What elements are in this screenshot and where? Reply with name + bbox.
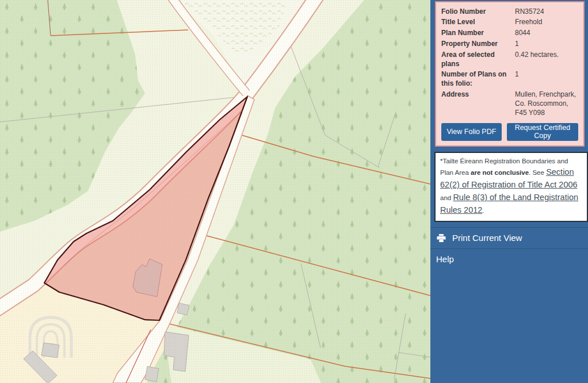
plans-count-label: Number of Plans on this folio: <box>441 70 511 89</box>
folio-row: Area of selected plans 0.42 hectares. <box>441 49 578 70</box>
print-current-view-label: Print Current View <box>452 233 522 243</box>
boundaries-disclaimer: *Tailte Éireann Registration Boundaries … <box>434 152 588 222</box>
print-current-view-button[interactable]: Print Current View <box>430 227 588 249</box>
help-link[interactable]: Help <box>430 249 588 269</box>
map-dot-texture <box>0 0 430 383</box>
folio-panel-buttons: View Folio PDF Request Certified Copy <box>441 123 578 141</box>
folio-row: Address Mullen, Frenchpark, Co. Roscommo… <box>441 90 578 118</box>
plan-number-label: Plan Number <box>441 29 511 38</box>
folio-number-label: Folio Number <box>441 7 511 17</box>
folio-number-value: RN35724 <box>515 7 578 17</box>
property-number-value: 1 <box>515 40 578 49</box>
rule-8-link[interactable]: Rule 8(3) of the Land Registration Rules… <box>440 193 578 215</box>
map-svg <box>0 0 430 383</box>
area-value: 0.42 hectares. <box>515 51 578 69</box>
printer-icon <box>437 233 446 243</box>
address-value: Mullen, Frenchpark, Co. Roscommon, F45 Y… <box>515 90 578 117</box>
help-label: Help <box>436 254 454 264</box>
folio-row: Title Level Freehold <box>441 17 578 28</box>
title-level-label: Title Level <box>441 18 511 27</box>
disclaimer-text: . See <box>529 169 546 176</box>
folio-row: Property Number 1 <box>441 39 578 49</box>
folio-info-panel: Folio Number RN35724 Title Level Freehol… <box>435 1 585 147</box>
request-certified-copy-button[interactable]: Request Certified Copy <box>507 123 578 141</box>
property-number-label: Property Number <box>441 40 511 49</box>
folio-row: Plan Number 8044 <box>441 28 578 39</box>
title-level-value: Freehold <box>515 18 578 27</box>
disclaimer-text: and <box>440 194 453 201</box>
plan-number-value: 8044 <box>515 29 578 38</box>
area-label: Area of selected plans <box>441 51 511 69</box>
folio-row: Number of Plans on this folio: 1 <box>441 70 578 90</box>
sidebar: Folio Number RN35724 Title Level Freehol… <box>430 0 588 383</box>
view-folio-pdf-button[interactable]: View Folio PDF <box>441 123 502 141</box>
plans-count-value: 1 <box>515 70 578 89</box>
disclaimer-text: . <box>482 207 484 214</box>
folio-row: Folio Number RN35724 <box>441 6 578 17</box>
map-canvas[interactable] <box>0 0 430 383</box>
land-registry-map-viewer: Folio Number RN35724 Title Level Freehol… <box>0 0 588 383</box>
disclaimer-bold-text: are not conclusive <box>471 169 529 176</box>
address-label: Address <box>441 90 511 117</box>
